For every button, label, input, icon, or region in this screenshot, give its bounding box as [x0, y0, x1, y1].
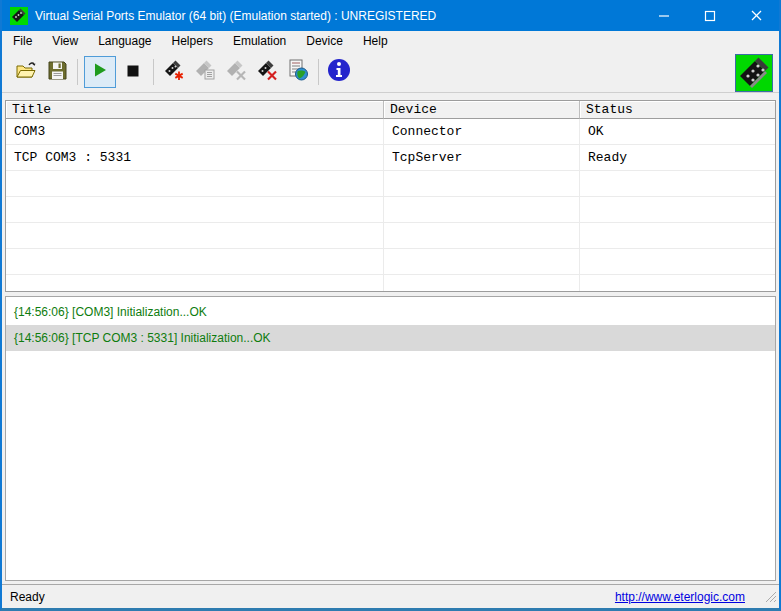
delete-all-devices-button[interactable] [253, 58, 281, 86]
maximize-button[interactable] [687, 0, 733, 31]
stop-emulation-button[interactable] [119, 58, 147, 86]
table-header: Title Device Status [6, 101, 775, 119]
minimize-button[interactable] [641, 0, 687, 31]
menu-language[interactable]: Language [88, 31, 161, 52]
toolbar-separator [153, 59, 154, 85]
table-row[interactable]: TCP COM3 : 5331 TcpServer Ready [6, 145, 775, 171]
delete-device-button [222, 58, 250, 86]
table-empty-row [6, 223, 775, 249]
resize-grip-icon[interactable] [763, 589, 777, 606]
status-ready-text: Ready [10, 590, 615, 604]
device-list-web-button[interactable] [284, 58, 312, 86]
start-emulation-button[interactable] [84, 56, 116, 88]
open-folder-icon [15, 60, 37, 84]
vspe-logo [735, 54, 773, 92]
device-table: Title Device Status COM3 Connector OK TC… [5, 100, 776, 292]
column-header-title[interactable]: Title [6, 101, 384, 119]
eterlogic-link[interactable]: http://www.eterlogic.com [615, 590, 745, 604]
cell-status: Ready [580, 145, 775, 171]
toolbar-separator [77, 59, 78, 85]
cell-device: Connector [384, 119, 580, 145]
menu-helpers[interactable]: Helpers [162, 31, 223, 52]
cell-device: TcpServer [384, 145, 580, 171]
save-button[interactable] [43, 58, 71, 86]
menu-device[interactable]: Device [296, 31, 353, 52]
titlebar[interactable]: Virtual Serial Ports Emulator (64 bit) (… [2, 0, 779, 31]
status-link-container: http://www.eterlogic.com [615, 590, 745, 604]
menu-emulation[interactable]: Emulation [223, 31, 296, 52]
menubar: File View Language Helpers Emulation Dev… [2, 31, 779, 52]
menu-help[interactable]: Help [353, 31, 398, 52]
save-floppy-icon [48, 61, 67, 84]
toolbar-separator [318, 59, 319, 85]
window-controls [641, 0, 779, 31]
window-title: Virtual Serial Ports Emulator (64 bit) (… [35, 9, 641, 23]
close-button[interactable] [733, 0, 779, 31]
device-properties-icon [194, 59, 216, 85]
cell-title: COM3 [6, 119, 384, 145]
info-icon [327, 58, 351, 86]
table-empty-row [6, 249, 775, 275]
app-icon[interactable] [10, 7, 28, 25]
device-delete-all-icon [256, 59, 278, 85]
menu-file[interactable]: File [3, 31, 42, 52]
device-new-icon [163, 59, 185, 85]
table-empty-row [6, 275, 775, 292]
column-header-device[interactable]: Device [384, 101, 580, 119]
app-window: Virtual Serial Ports Emulator (64 bit) (… [0, 0, 781, 611]
log-entry-selected[interactable]: {14:56:06} [TCP COM3 : 5331] Initializat… [6, 325, 775, 351]
list-globe-icon [287, 59, 309, 85]
table-row[interactable]: COM3 Connector OK [6, 119, 775, 145]
about-button[interactable] [325, 58, 353, 86]
log-panel: {14:56:06} [COM3] Initialization...OK {1… [5, 296, 776, 581]
table-empty-row [6, 171, 775, 197]
menu-view[interactable]: View [42, 31, 88, 52]
device-delete-icon [225, 59, 247, 85]
device-properties-button [191, 58, 219, 86]
stop-icon [127, 63, 139, 81]
log-entry[interactable]: {14:56:06} [COM3] Initialization...OK [6, 299, 775, 325]
cell-status: OK [580, 119, 775, 145]
column-header-status[interactable]: Status [580, 101, 775, 119]
play-icon [92, 62, 108, 82]
statusbar: Ready http://www.eterlogic.com [2, 584, 779, 608]
create-device-button[interactable] [160, 58, 188, 86]
open-button[interactable] [12, 58, 40, 86]
cell-title: TCP COM3 : 5331 [6, 145, 384, 171]
toolbar [2, 52, 779, 93]
table-empty-row [6, 197, 775, 223]
